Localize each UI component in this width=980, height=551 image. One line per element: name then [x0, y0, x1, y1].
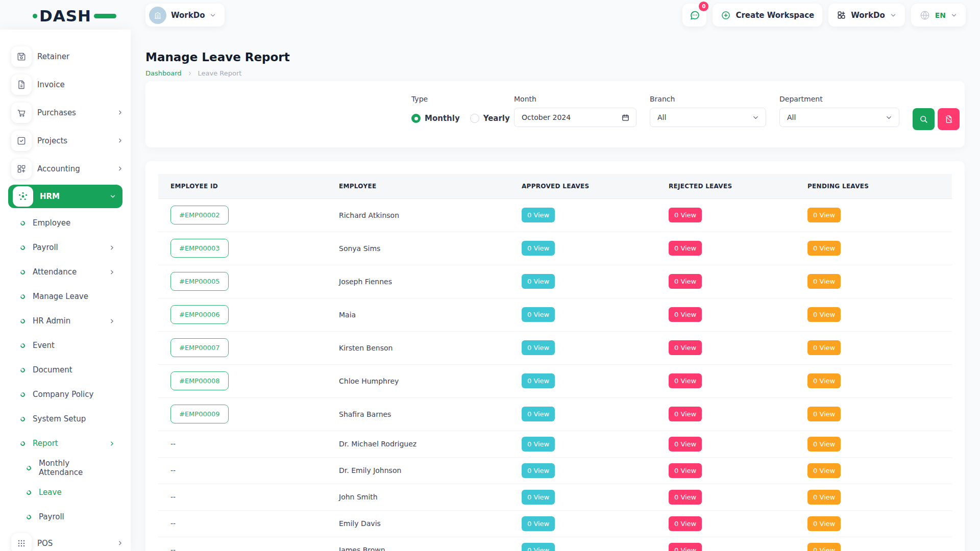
sidebar-item-pos[interactable]: POS [0, 529, 131, 551]
rejected-view-button[interactable]: 0 View [669, 340, 702, 355]
pending-view-button[interactable]: 0 View [807, 307, 841, 322]
sidebar-item-accounting[interactable]: Accounting [0, 155, 131, 183]
branch-select[interactable]: All [650, 108, 766, 127]
pending-view-button[interactable]: 0 View [807, 208, 841, 222]
pending-view-button[interactable]: 0 View [807, 437, 841, 452]
employee-name: Dr. Michael Rodriguez [339, 440, 416, 448]
pending-view-button[interactable]: 0 View [807, 463, 841, 478]
table-row: #EMP00008Chloe Humphrey0 View0 View0 Vie… [158, 364, 952, 397]
bullet-icon [26, 489, 32, 496]
rejected-view-button[interactable]: 0 View [669, 307, 702, 322]
workdo-menu-button[interactable]: WorkDo [828, 4, 904, 27]
sidebar-item-attendance[interactable]: Attendance [0, 260, 131, 284]
bullet-icon [19, 416, 26, 422]
employee-id-button[interactable]: #EMP00005 [170, 272, 229, 291]
cart-icon [11, 103, 32, 123]
sidebar-item-payroll[interactable]: Payroll [0, 505, 131, 529]
pending-view-button[interactable]: 0 View [807, 407, 841, 421]
department-select[interactable]: All [779, 108, 899, 127]
sidebar-item-label: Report [33, 439, 101, 448]
sidebar-item-event[interactable]: Event [0, 333, 131, 358]
search-button[interactable] [913, 108, 935, 130]
language-button[interactable]: EN [911, 4, 966, 27]
approved-view-button[interactable]: 0 View [522, 340, 555, 355]
rejected-view-button[interactable]: 0 View [669, 516, 702, 531]
sidebar-item-hr-admin[interactable]: HR Admin [0, 309, 131, 333]
col-employee-id: EMPLOYEE ID [158, 174, 327, 198]
approved-view-button[interactable]: 0 View [522, 437, 555, 452]
rejected-view-button[interactable]: 0 View [669, 437, 702, 452]
approved-view-button[interactable]: 0 View [522, 208, 555, 222]
employee-id-button[interactable]: #EMP00007 [170, 338, 229, 357]
sidebar-item-payroll[interactable]: Payroll [0, 235, 131, 260]
pending-view-button[interactable]: 0 View [807, 241, 841, 256]
approved-view-button[interactable]: 0 View [522, 307, 555, 322]
approved-view-button[interactable]: 0 View [522, 490, 555, 505]
month-label: Month [514, 95, 636, 103]
approved-view-button[interactable]: 0 View [522, 543, 555, 551]
reset-button[interactable] [938, 108, 960, 130]
approved-view-button[interactable]: 0 View [522, 463, 555, 478]
sidebar-item-report[interactable]: Report [0, 431, 131, 456]
rejected-view-button[interactable]: 0 View [669, 373, 702, 388]
employee-id-empty: -- [170, 519, 176, 528]
sidebar-item-invoice[interactable]: Invoice [0, 70, 131, 98]
pending-view-button[interactable]: 0 View [807, 543, 841, 551]
employee-name: John Smith [339, 493, 378, 501]
workspace-switcher[interactable]: WorkDo [145, 4, 225, 27]
sidebar-item-leave[interactable]: Leave [0, 480, 131, 505]
dash-logo: DASH [33, 7, 116, 25]
employee-id-button[interactable]: #EMP00008 [170, 371, 229, 390]
chevron-down-icon [752, 114, 760, 121]
radio-monthly[interactable]: Monthly [411, 114, 460, 123]
employee-id-button[interactable]: #EMP00002 [170, 206, 229, 224]
language-label: EN [935, 11, 946, 19]
approved-view-button[interactable]: 0 View [522, 274, 555, 289]
sidebar-item-company-policy[interactable]: Company Policy [0, 382, 131, 407]
rejected-view-button[interactable]: 0 View [669, 490, 702, 505]
sidebar-item-document[interactable]: Document [0, 358, 131, 382]
rejected-view-button[interactable]: 0 View [669, 463, 702, 478]
breadcrumb-dashboard-link[interactable]: Dashboard [145, 69, 182, 77]
chat-icon [689, 9, 701, 21]
sidebar-item-hrm[interactable]: HRM [8, 185, 122, 208]
chevron-right-icon [109, 440, 115, 447]
employee-name: Kirsten Benson [339, 344, 393, 352]
pending-view-button[interactable]: 0 View [807, 274, 841, 289]
rejected-view-button[interactable]: 0 View [669, 274, 702, 289]
radio-monthly-icon [411, 114, 421, 123]
rejected-view-button[interactable]: 0 View [669, 208, 702, 222]
messages-button[interactable]: 0 [682, 4, 706, 27]
dots-icon [11, 533, 32, 551]
sidebar-item-purchases[interactable]: Purchases [0, 98, 131, 127]
approved-view-button[interactable]: 0 View [522, 407, 555, 421]
sidebar-item-system-setup[interactable]: System Setup [0, 407, 131, 431]
pending-view-button[interactable]: 0 View [807, 373, 841, 388]
sidebar-item-retainer[interactable]: Retainer [0, 42, 131, 70]
table-row: --Dr. Emily Johnson0 View0 View0 View [158, 457, 952, 484]
rejected-view-button[interactable]: 0 View [669, 407, 702, 421]
pending-view-button[interactable]: 0 View [807, 340, 841, 355]
create-workspace-button[interactable]: Create Workspace [713, 4, 822, 27]
approved-view-button[interactable]: 0 View [522, 516, 555, 531]
pending-view-button[interactable]: 0 View [807, 490, 841, 505]
employee-id-button[interactable]: #EMP00009 [170, 405, 229, 423]
table-row: #EMP00003Sonya Sims0 View0 View0 View [158, 232, 952, 265]
sidebar-item-projects[interactable]: Projects [0, 127, 131, 155]
sidebar-item-monthly-attendance[interactable]: Monthly Attendance [0, 456, 131, 480]
radio-monthly-label: Monthly [425, 114, 460, 123]
radio-yearly[interactable]: Yearly [470, 114, 510, 123]
rejected-view-button[interactable]: 0 View [669, 241, 702, 256]
pending-view-button[interactable]: 0 View [807, 516, 841, 531]
page-title: Manage Leave Report [145, 50, 965, 64]
table-row: #EMP00002Richard Atkinson0 View0 View0 V… [158, 198, 952, 232]
sidebar-item-employee[interactable]: Employee [0, 211, 131, 235]
employee-id-button[interactable]: #EMP00003 [170, 239, 229, 258]
month-input[interactable]: October 2024 [514, 108, 636, 127]
bullet-icon [19, 440, 26, 447]
approved-view-button[interactable]: 0 View [522, 241, 555, 256]
rejected-view-button[interactable]: 0 View [669, 543, 702, 551]
employee-id-button[interactable]: #EMP00006 [170, 305, 229, 324]
approved-view-button[interactable]: 0 View [522, 373, 555, 388]
sidebar-item-manage-leave[interactable]: Manage Leave [0, 284, 131, 309]
